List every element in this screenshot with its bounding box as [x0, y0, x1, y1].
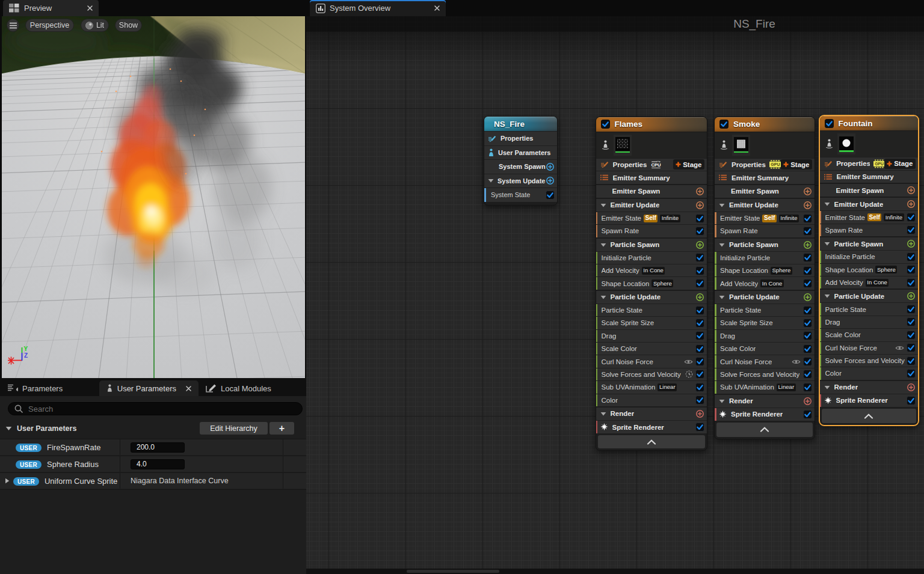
svg-text:Z: Z — [24, 352, 28, 359]
svg-text:GPU: GPU — [771, 163, 780, 167]
svg-text:Y: Y — [24, 346, 28, 352]
svg-text:CPU: CPU — [651, 162, 662, 168]
svg-text:GPU: GPU — [875, 162, 884, 166]
